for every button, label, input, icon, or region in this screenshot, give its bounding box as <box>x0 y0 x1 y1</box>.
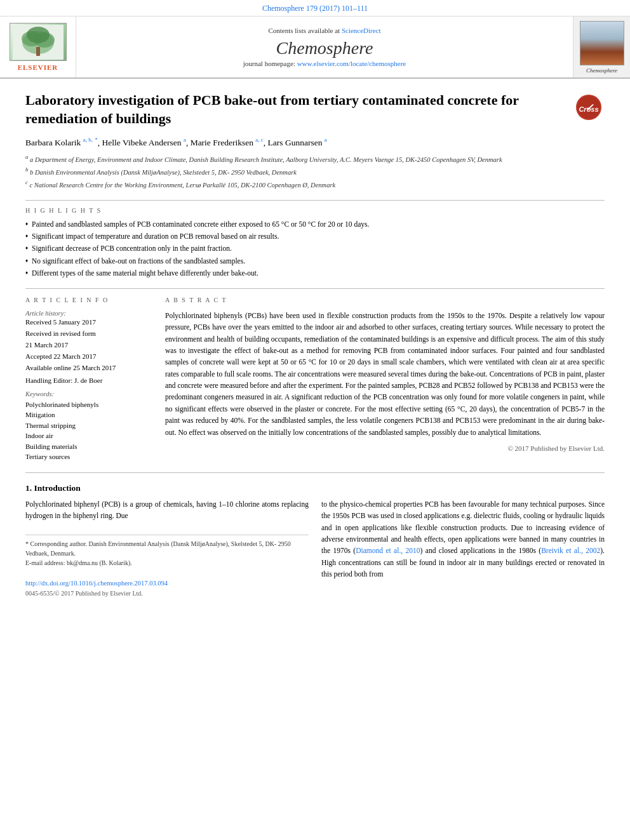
keyword-indoor: Indoor air <box>25 430 152 441</box>
introduction-section: 1. Introduction Polychlorinated biphenyl… <box>25 483 605 598</box>
intro-col-right: to the physico-chemical properties PCB h… <box>321 498 605 598</box>
intro-heading: 1. Introduction <box>25 483 605 493</box>
revised-date: 21 March 2017 <box>25 341 152 349</box>
journal-citation: Chemosphere 179 (2017) 101–111 <box>0 0 630 17</box>
article-history-label: Article history: <box>25 310 152 317</box>
elsevier-tree-image <box>10 23 67 61</box>
article-info-label: A R T I C L E I N F O <box>25 297 152 303</box>
highlight-item-2: Significant impact of temperature and du… <box>25 231 605 241</box>
journal-cover-thumbnail <box>580 21 624 65</box>
issn-text: 0045-6535/© 2017 Published by Elsevier L… <box>25 590 143 597</box>
author4-sup: a <box>325 137 327 143</box>
authors-line: Barbara Kolarik a, b, *, Helle Vibeke An… <box>25 137 605 148</box>
abstract-label: A B S T R A C T <box>165 297 605 303</box>
intro-text-right: to the physico-chemical properties PCB h… <box>321 498 605 580</box>
accepted-date: Accepted 22 March 2017 <box>25 352 152 360</box>
article-info-column: A R T I C L E I N F O Article history: R… <box>25 297 152 462</box>
journal-title-area: Contents lists available at ScienceDirec… <box>76 17 573 77</box>
highlight-item-3: Significant decrease of PCB concentratio… <box>25 243 605 253</box>
highlights-section: H I G H L I G H T S Painted and sandblas… <box>25 200 605 277</box>
keyword-tertiary: Tertiary sources <box>25 451 152 462</box>
affiliation-c: c c National Research Centre for the Wor… <box>25 178 605 190</box>
science-direct-text: Contents lists available at ScienceDirec… <box>268 27 380 34</box>
received-date: Received 5 January 2017 <box>25 318 152 326</box>
article-title-container: Laboratory investigation of PCB bake-out… <box>25 91 605 128</box>
intro-columns: Polychlorinated biphenyl (PCB) is a grou… <box>25 498 605 598</box>
svg-text:Cross: Cross <box>579 105 598 113</box>
bottom-footnotes: * Corresponding author. Danish Environme… <box>25 535 309 598</box>
section-divider <box>25 472 605 473</box>
crossmark-badge[interactable]: ✓ Cross <box>573 91 605 123</box>
journal-header: ELSEVIER Contents lists available at Sci… <box>0 17 630 79</box>
diamond-ref-link[interactable]: Diamond et al., 2010 <box>356 547 420 554</box>
highlight-item-4: No significant effect of bake-out on fra… <box>25 256 605 266</box>
keywords-label: Keywords: <box>25 390 152 397</box>
crossmark-icon: ✓ Cross <box>576 95 601 120</box>
homepage-text: journal homepage: www.elsevier.com/locat… <box>243 60 406 67</box>
author2-sup: a <box>184 137 186 143</box>
doi-link[interactable]: http://dx.doi.org/10.1016/j.chemosphere.… <box>25 580 168 587</box>
affiliations: a a Department of Energy, Environment an… <box>25 153 605 190</box>
received-revised-label: Received in revised form <box>25 330 152 337</box>
elsevier-logo-area: ELSEVIER <box>0 17 76 77</box>
intro-text-left: Polychlorinated biphenyl (PCB) is a grou… <box>25 498 309 522</box>
keyword-building: Building materials <box>25 441 152 452</box>
email-note: E-mail address: bk@dma.nu (B. Kolarik). <box>25 558 309 568</box>
homepage-link[interactable]: www.elsevier.com/locate/chemosphere <box>297 60 406 67</box>
author3-sup: a, c <box>255 137 264 143</box>
handling-editor: Handling Editor: J. de Boer <box>25 377 152 384</box>
breivik-ref-link[interactable]: Breivik et al., 2002 <box>541 547 600 554</box>
author1-star: * <box>95 137 98 143</box>
article-info-abstract: A R T I C L E I N F O Article history: R… <box>25 288 605 462</box>
corresponding-author-note: * Corresponding author. Danish Environme… <box>25 539 309 558</box>
svg-rect-2 <box>36 47 40 56</box>
abstract-text: Polychlorinated biphenyls (PCBs) have be… <box>165 310 605 438</box>
author1-sup: a, b, <box>83 137 93 143</box>
available-online-date: Available online 25 March 2017 <box>25 364 152 371</box>
highlights-label: H I G H L I G H T S <box>25 207 605 214</box>
journal-name: Chemosphere <box>276 38 373 58</box>
affiliation-a: a a Department of Energy, Environment an… <box>25 153 605 164</box>
keyword-thermal: Thermal stripping <box>25 420 152 431</box>
elsevier-wordmark: ELSEVIER <box>18 63 58 71</box>
intro-col-left: Polychlorinated biphenyl (PCB) is a grou… <box>25 498 309 598</box>
journal-cover-label: Chemosphere <box>586 67 617 74</box>
science-direct-link[interactable]: ScienceDirect <box>342 27 381 34</box>
copyright-line: © 2017 Published by Elsevier Ltd. <box>165 444 605 452</box>
keyword-polychlorinated: Polychlorinated biphenyls <box>25 399 152 410</box>
keyword-mitigation: Mitigation <box>25 410 152 420</box>
svg-point-5 <box>27 27 50 43</box>
highlight-item-1: Painted and sandblasted samples of PCB c… <box>25 219 605 229</box>
abstract-column: A B S T R A C T Polychlorinated biphenyl… <box>165 297 605 462</box>
journal-thumbnail-area: Chemosphere <box>573 17 630 77</box>
main-content: Laboratory investigation of PCB bake-out… <box>0 79 630 611</box>
elsevier-logo: ELSEVIER <box>10 23 67 71</box>
article-title-text: Laboratory investigation of PCB bake-out… <box>25 92 519 126</box>
highlight-item-5: Different types of the same material mig… <box>25 268 605 278</box>
affiliation-b: b b Danish Environmental Analysis (Dansk… <box>25 166 605 177</box>
